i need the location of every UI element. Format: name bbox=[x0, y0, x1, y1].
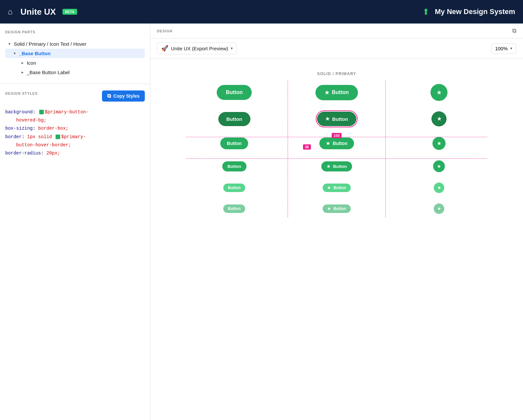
design-parts-section: DESIGN PARTS ▼ Solid / Primary / Icon Te… bbox=[0, 24, 150, 84]
left-panel: DESIGN PARTS ▼ Solid / Primary / Icon Te… bbox=[0, 24, 150, 420]
export-dropdown-arrow: ▾ bbox=[231, 46, 233, 51]
btn-text-lighter[interactable]: Button bbox=[223, 204, 245, 213]
styles-header: DESIGN STYLES ⧉ Copy Styles bbox=[5, 90, 145, 102]
star-icon-xsmall-only: ★ bbox=[437, 164, 441, 169]
swatch-border bbox=[56, 135, 60, 139]
btn-text-normal[interactable]: Button bbox=[217, 85, 252, 100]
btn-icon-only-xsmall[interactable]: ★ bbox=[433, 160, 445, 172]
copy-styles-button[interactable]: ⧉ Copy Styles bbox=[102, 90, 145, 102]
tree-item-text-2: Icon bbox=[27, 60, 36, 66]
prop-background: background bbox=[5, 109, 33, 115]
zoom-value: 100% bbox=[495, 46, 508, 51]
design-parts-label: DESIGN PARTS bbox=[5, 30, 145, 34]
star-icon-light-only: ★ bbox=[437, 186, 441, 190]
btn-icon-text-xsmall[interactable]: ★ Button bbox=[321, 161, 352, 171]
prop-border: border bbox=[5, 134, 22, 139]
tree-arrow-0: ▼ bbox=[8, 42, 11, 46]
style-line-background: background: $primary-button- hovered-bg; bbox=[5, 108, 145, 124]
design-styles-label: DESIGN STYLES bbox=[5, 91, 38, 95]
export-dropdown[interactable]: 🚀 Unite UX (Export Preview) ▾ bbox=[157, 42, 237, 54]
val-border-box: border-box; bbox=[38, 126, 68, 131]
star-icon: ★ bbox=[325, 89, 329, 96]
solid-primary-title: SOLID / PRIMARY bbox=[190, 72, 484, 76]
badge-38: 38 bbox=[303, 144, 311, 150]
canvas-area: SOLID / PRIMARY 103 38 Button bbox=[150, 58, 523, 420]
style-line-border-radius: border-radius: 20px; bbox=[5, 149, 145, 157]
tree-item-text-0: Solid / Primary / Icon Text / Hover bbox=[14, 41, 86, 47]
app-header: ⌂ Unite UX BETA ⬆ My New Design System bbox=[0, 0, 523, 24]
styles-code-block: background: $primary-button- hovered-bg;… bbox=[5, 108, 145, 157]
prop-box-sizing: box-sizing bbox=[5, 126, 33, 131]
prop-border-radius: border-radius bbox=[5, 151, 41, 156]
star-icon-xsmall: ★ bbox=[327, 164, 330, 169]
design-section-label: DESIGN bbox=[157, 29, 172, 33]
design-header-bar: DESIGN ⧉ bbox=[150, 24, 523, 39]
btn-icon-text-hover-selected[interactable]: ★ Button bbox=[317, 112, 356, 126]
copy-icon: ⧉ bbox=[107, 93, 111, 99]
btn-icon-text-small[interactable]: ★ Button bbox=[319, 137, 354, 149]
star-icon-lighter-only: ★ bbox=[437, 206, 441, 211]
star-icon-small: ★ bbox=[326, 141, 330, 146]
btn-text-small[interactable]: Button bbox=[220, 137, 248, 149]
design-styles-section: DESIGN STYLES ⧉ Copy Styles background: … bbox=[0, 84, 150, 420]
btn-icon-only-lighter[interactable]: ★ bbox=[434, 203, 444, 214]
swatch-background bbox=[39, 110, 44, 114]
btn-icon-only-light[interactable]: ★ bbox=[434, 183, 444, 193]
copy-styles-label: Copy Styles bbox=[113, 93, 140, 99]
star-icon-hover: ★ bbox=[325, 116, 329, 122]
tree-item-text-1: _Base Button bbox=[19, 51, 51, 56]
btn-icon-only-hover[interactable]: ★ bbox=[431, 111, 447, 126]
button-grid-container: 103 38 Button ★ Button ★ Button ★ Button… bbox=[190, 84, 484, 214]
tree-item-icon[interactable]: ► Icon bbox=[5, 58, 145, 68]
btn-icon-only-normal[interactable]: ★ bbox=[430, 84, 447, 101]
home-icon[interactable]: ⌂ bbox=[8, 7, 13, 16]
zoom-control[interactable]: 100% ▾ bbox=[491, 43, 516, 54]
style-line-box-sizing: box-sizing: border-box; bbox=[5, 124, 145, 133]
zoom-arrow: ▾ bbox=[510, 46, 512, 51]
val-border-prefix: 1px solid bbox=[27, 134, 55, 139]
star-icon-lighter: ★ bbox=[327, 206, 331, 211]
style-line-border: border: 1px solid $primary- button-hover… bbox=[5, 133, 145, 149]
app-title: Unite UX bbox=[21, 7, 56, 17]
main-layout: DESIGN PARTS ▼ Solid / Primary / Icon Te… bbox=[0, 24, 523, 420]
tree-item-base-button-label[interactable]: ► _Base Button Label bbox=[5, 68, 145, 77]
badge-103: 103 bbox=[332, 133, 342, 138]
system-name: My New Design System bbox=[435, 8, 515, 16]
toolbar: 🚀 Unite UX (Export Preview) ▾ 100% ▾ bbox=[150, 39, 523, 58]
beta-badge: BETA bbox=[62, 9, 77, 15]
tree-item-0[interactable]: ▼ Solid / Primary / Icon Text / Hover bbox=[5, 39, 145, 49]
star-icon-only: ★ bbox=[437, 89, 441, 96]
tree-arrow-3: ► bbox=[21, 71, 24, 74]
export-dropdown-label: Unite UX (Export Preview) bbox=[171, 46, 228, 51]
star-icon-light: ★ bbox=[327, 186, 331, 190]
star-icon-small-only: ★ bbox=[437, 141, 441, 146]
canvas-inner: SOLID / PRIMARY 103 38 Button bbox=[190, 72, 484, 214]
btn-text-light[interactable]: Button bbox=[223, 184, 245, 192]
tree-arrow-1: ▼ bbox=[13, 52, 16, 55]
btn-icon-text-normal[interactable]: ★ Button bbox=[315, 85, 358, 100]
btn-icon-only-small[interactable]: ★ bbox=[432, 137, 446, 150]
btn-icon-text-lighter[interactable]: ★ Button bbox=[323, 204, 351, 213]
btn-icon-text-light[interactable]: ★ Button bbox=[323, 184, 351, 192]
cloud-upload-icon: ⬆ bbox=[422, 7, 430, 17]
tree-arrow-2: ► bbox=[21, 61, 24, 65]
star-icon-hover-only: ★ bbox=[437, 116, 441, 122]
tree-item-text-3: _Base Button Label bbox=[27, 70, 70, 75]
design-copy-icon[interactable]: ⧉ bbox=[512, 27, 516, 34]
tree-item-base-button[interactable]: ▼ _Base Button bbox=[5, 49, 145, 58]
rocket-icon: 🚀 bbox=[161, 45, 168, 52]
button-grid: Button ★ Button ★ Button ★ Button ★ Butt… bbox=[190, 84, 484, 214]
btn-text-hover[interactable]: Button bbox=[218, 112, 250, 126]
right-panel: DESIGN ⧉ 🚀 Unite UX (Export Preview) ▾ 1… bbox=[150, 24, 523, 420]
val-border-radius: 20px; bbox=[46, 151, 60, 156]
btn-text-xsmall[interactable]: Button bbox=[222, 161, 246, 171]
